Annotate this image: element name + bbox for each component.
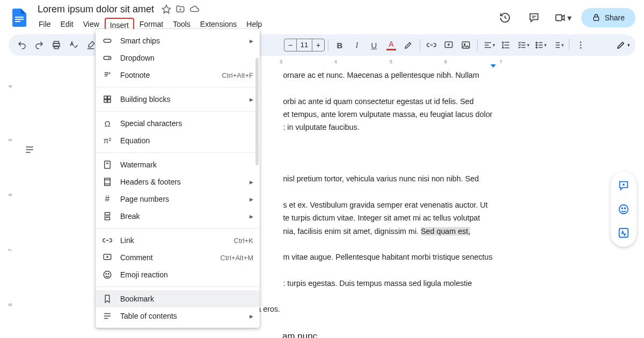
- menu-item-smart-chips[interactable]: Smart chips ▸: [96, 32, 260, 49]
- menu-item-comment[interactable]: Comment Ctrl+Alt+M: [96, 249, 260, 266]
- svg-point-17: [619, 205, 628, 214]
- menu-item-footnote[interactable]: Footnote Ctrl+Alt+F: [96, 67, 260, 84]
- redo-icon[interactable]: [31, 37, 47, 53]
- line-spacing-icon[interactable]: [498, 37, 514, 53]
- align-icon[interactable]: ▾: [481, 37, 497, 53]
- submenu-arrow-icon: ▸: [250, 312, 253, 320]
- doc-title[interactable]: Lorem ipsum dolor sit amet: [34, 3, 157, 16]
- svg-point-18: [621, 208, 623, 209]
- meet-icon[interactable]: ▾: [552, 7, 574, 28]
- comment-icon: [102, 253, 113, 262]
- svg-rect-25: [104, 100, 107, 102]
- omega-icon: Ω: [102, 119, 113, 128]
- svg-point-30: [104, 271, 111, 278]
- menu-item-building-blocks[interactable]: Building blocks ▸: [96, 91, 260, 108]
- font-increase[interactable]: +: [312, 41, 324, 49]
- svg-rect-0: [15, 17, 24, 18]
- hash-icon: #: [102, 194, 113, 204]
- menu-edit[interactable]: Edit: [56, 18, 78, 33]
- footnote-icon: [102, 70, 113, 80]
- menu-item-special-characters[interactable]: Ω Special characters: [96, 115, 260, 132]
- menu-item-dropdown[interactable]: Dropdown: [96, 49, 260, 67]
- numbered-list-icon[interactable]: ▾: [550, 37, 566, 53]
- menu-item-bookmark[interactable]: Bookmark: [96, 290, 260, 307]
- svg-rect-24: [108, 96, 111, 99]
- insert-comment-icon[interactable]: [441, 37, 457, 53]
- bulleted-list-icon[interactable]: ▾: [532, 37, 548, 53]
- svg-rect-22: [104, 56, 111, 60]
- undo-icon[interactable]: [14, 37, 30, 53]
- docs-logo[interactable]: [9, 7, 30, 28]
- menu-item-watermark[interactable]: Watermark: [96, 156, 260, 173]
- bold-icon[interactable]: B: [332, 37, 348, 53]
- building-blocks-icon: [102, 94, 113, 104]
- font-size-control[interactable]: − 11 +: [284, 39, 325, 52]
- headers-footers-icon: [102, 177, 113, 187]
- svg-point-31: [106, 274, 107, 275]
- svg-point-12: [536, 45, 537, 46]
- svg-rect-21: [104, 39, 111, 42]
- svg-point-11: [536, 42, 537, 43]
- italic-icon[interactable]: I: [349, 37, 365, 53]
- submenu-arrow-icon: ▸: [250, 178, 253, 186]
- page-break-icon: [102, 211, 113, 221]
- bookmark-icon: [102, 294, 113, 304]
- menu-item-equation[interactable]: π² Equation: [96, 132, 260, 149]
- history-icon[interactable]: [494, 7, 516, 28]
- emoji-reaction-icon[interactable]: [613, 200, 634, 219]
- pi-icon: π²: [102, 136, 113, 145]
- svg-point-16: [580, 47, 582, 49]
- menu-item-emoji-reaction[interactable]: Emoji reaction: [96, 266, 260, 283]
- star-icon[interactable]: [162, 4, 171, 14]
- svg-rect-1: [15, 19, 24, 20]
- insert-image-icon[interactable]: [458, 37, 474, 53]
- checklist-icon[interactable]: ▾: [515, 37, 531, 53]
- link-icon: [102, 236, 113, 245]
- menu-file[interactable]: File: [34, 18, 55, 33]
- svg-rect-2: [15, 21, 20, 22]
- print-icon[interactable]: [48, 37, 64, 53]
- font-decrease[interactable]: −: [284, 41, 296, 49]
- toc-icon: [102, 311, 113, 321]
- svg-point-15: [580, 45, 582, 46]
- svg-point-14: [580, 41, 582, 43]
- submenu-arrow-icon: ▸: [250, 212, 253, 221]
- svg-rect-26: [108, 100, 111, 102]
- outline-toggle-icon[interactable]: [21, 142, 38, 158]
- move-icon[interactable]: [175, 4, 185, 14]
- menu-item-page-numbers[interactable]: # Page numbers ▸: [96, 190, 260, 208]
- svg-point-32: [108, 274, 109, 275]
- insert-link-icon[interactable]: [423, 37, 440, 53]
- editing-mode-icon[interactable]: ▾: [616, 40, 630, 50]
- emoji-icon: [102, 270, 113, 280]
- selected-text: Sed quam est,: [421, 227, 470, 236]
- svg-rect-23: [104, 96, 107, 99]
- svg-rect-28: [105, 178, 111, 186]
- add-comment-icon[interactable]: [613, 176, 634, 195]
- cloud-icon[interactable]: [189, 4, 199, 14]
- heading: am nunc: [282, 331, 317, 338]
- menu-item-link[interactable]: Link Ctrl+K: [96, 232, 260, 249]
- suggest-edits-icon[interactable]: [613, 223, 634, 243]
- share-button[interactable]: Share: [581, 8, 635, 27]
- submenu-arrow-icon: ▸: [250, 36, 253, 45]
- svg-rect-3: [555, 15, 561, 21]
- smart-chips-icon: [102, 36, 113, 46]
- side-comment-tools: [611, 172, 636, 247]
- menu-item-table-of-contents[interactable]: Table of contents ▸: [96, 307, 260, 325]
- more-icon[interactable]: [573, 37, 589, 53]
- svg-rect-4: [594, 17, 598, 21]
- dropdown-field-icon: [102, 53, 113, 63]
- spellcheck-icon[interactable]: [65, 37, 82, 53]
- underline-icon[interactable]: U: [366, 37, 382, 53]
- text-color-icon[interactable]: A: [383, 37, 399, 53]
- font-size-value[interactable]: 11: [296, 39, 312, 51]
- watermark-icon: [102, 160, 113, 170]
- menu-item-break[interactable]: Break ▸: [96, 208, 260, 225]
- comments-icon[interactable]: [523, 7, 545, 28]
- menu-item-headers-footers[interactable]: Headers & footers ▸: [96, 173, 260, 190]
- highlight-icon[interactable]: [400, 37, 416, 53]
- submenu-arrow-icon: ▸: [250, 95, 253, 104]
- insert-menu-dropdown: Smart chips ▸ Dropdown Footnote Ctrl+Alt…: [96, 29, 260, 328]
- dropdown-scrollbar[interactable]: [255, 58, 259, 165]
